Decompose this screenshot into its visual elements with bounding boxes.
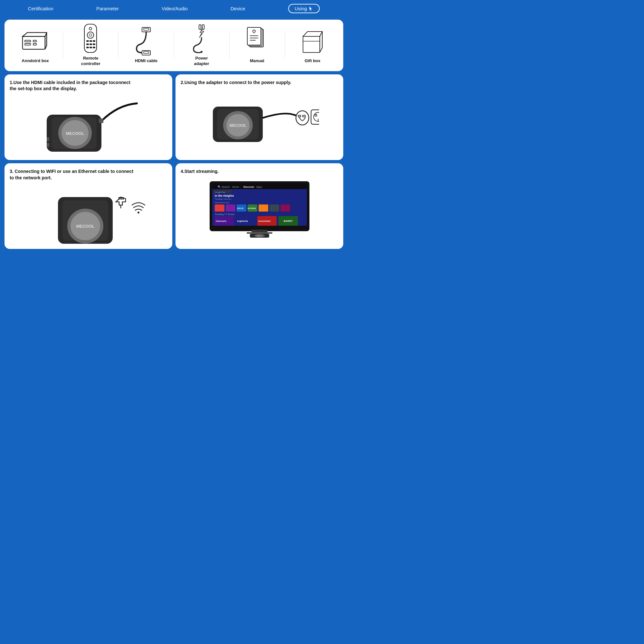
step-1-card: 1.Use the HDMI cable included in the pac…: [5, 74, 172, 160]
svg-rect-82: [259, 204, 268, 212]
svg-rect-14: [93, 43, 95, 45]
svg-rect-79: [226, 204, 235, 212]
step-2-image: MECOOL: [181, 89, 338, 148]
svg-text:MECOOL: MECOOL: [229, 123, 246, 128]
svg-rect-62: [118, 197, 120, 200]
svg-rect-11: [93, 40, 95, 42]
svg-rect-97: [247, 232, 272, 234]
svg-text:MECOOL: MECOOL: [66, 131, 84, 136]
accessory-giftbox: Gift box: [285, 27, 340, 64]
svg-rect-20: [142, 51, 150, 55]
manual-label: Manual: [250, 58, 264, 64]
svg-point-65: [137, 212, 139, 213]
svg-rect-64: [122, 197, 124, 200]
svg-text:BARRY: BARRY: [284, 220, 293, 223]
nav-parameter[interactable]: Parameter: [96, 6, 119, 11]
svg-rect-42: [99, 118, 103, 123]
svg-text:Top picks for you: Top picks for you: [215, 202, 229, 204]
svg-text:succession: succession: [258, 220, 270, 222]
step-3-image: MECOOL: [10, 184, 167, 244]
svg-text:Trending TV Shows: Trending TV Shows: [215, 213, 235, 216]
android-box-icon: [21, 27, 50, 56]
svg-rect-16: [90, 47, 92, 48]
step-2-card: 2.Using the adapter to connect to the po…: [175, 74, 343, 160]
svg-rect-96: [251, 230, 268, 232]
step-1-title: 1.Use the HDMI cable included in the pac…: [10, 80, 136, 92]
giftbox-icon: [298, 27, 327, 56]
accessory-manual: Manual: [230, 27, 285, 64]
accessory-android-box: Anndoird box: [8, 27, 63, 64]
remote-icon: [76, 24, 105, 53]
step-4-card: 4.Start streaming. 🔍 Search Home Discove…: [175, 163, 343, 249]
step-4-title: 4.Start streaming.: [181, 168, 307, 175]
step-3-card: 3. Connecting to WIFI or use an Ethernet…: [5, 163, 172, 249]
svg-text:Home: Home: [232, 185, 239, 188]
remote-label: Remotecontroller: [81, 56, 100, 67]
nav-certification[interactable]: Certification: [28, 6, 53, 11]
svg-point-24: [201, 51, 203, 53]
svg-rect-78: [215, 204, 224, 212]
manual-icon: [242, 27, 271, 56]
top-navigation: Certification Parameter Video/Audio Devi…: [0, 0, 348, 17]
nav-using[interactable]: Using: [288, 4, 320, 13]
hdmi-icon: [132, 27, 161, 56]
cursor-icon: [309, 6, 313, 11]
nav-device[interactable]: Device: [231, 6, 245, 11]
svg-text:Google Play: Google Play: [215, 191, 225, 193]
svg-rect-13: [90, 43, 92, 45]
svg-text:SPACE: SPACE: [237, 207, 243, 209]
svg-text:euphoria: euphoria: [237, 220, 248, 223]
accessory-power: Poweradapter: [174, 24, 229, 67]
svg-rect-15: [86, 47, 89, 48]
power-label: Poweradapter: [194, 56, 209, 67]
svg-rect-18: [142, 27, 150, 32]
svg-rect-10: [90, 40, 92, 42]
svg-rect-22: [199, 25, 201, 29]
svg-rect-17: [93, 47, 95, 48]
svg-rect-63: [120, 197, 122, 200]
svg-rect-41: [47, 143, 49, 147]
svg-text:Discover: Discover: [243, 185, 254, 188]
svg-text:🔍 Search: 🔍 Search: [218, 185, 230, 188]
hdmi-label: HDMI cable: [135, 58, 157, 64]
step-4-image: 🔍 Search Home Discover Apps Google Play …: [181, 178, 338, 238]
svg-rect-33: [303, 36, 320, 52]
svg-rect-9: [86, 40, 89, 42]
svg-rect-0: [23, 36, 45, 49]
accessory-remote: Remotecontroller: [63, 24, 118, 67]
step-1-image: MECOOL: [10, 95, 167, 155]
svg-text:In the Heights: In the Heights: [215, 194, 234, 197]
svg-text:MECOOL: MECOOL: [76, 224, 94, 229]
nav-video-audio[interactable]: Video/Audio: [162, 6, 188, 11]
accessory-hdmi: HDMI cable: [118, 27, 174, 64]
svg-text:Apps: Apps: [256, 185, 262, 188]
main-content: Anndoird box: [0, 17, 348, 251]
step-3-title: 3. Connecting to WIFI or use an Ethernet…: [10, 168, 136, 181]
svg-rect-84: [280, 204, 290, 212]
svg-text:BATMAN: BATMAN: [248, 207, 256, 209]
svg-rect-40: [47, 137, 49, 141]
svg-rect-12: [86, 43, 89, 45]
android-box-label: Anndoird box: [22, 58, 49, 64]
svg-text:insecure: insecure: [216, 220, 226, 223]
giftbox-label: Gift box: [305, 58, 320, 64]
step-2-title: 2.Using the adapter to connect to the po…: [181, 80, 307, 86]
svg-text:Trending | Turn up...: Trending | Turn up...: [215, 198, 232, 200]
svg-text:MECOOL: MECOOL: [257, 235, 262, 237]
steps-grid: 1.Use the HDMI cable included in the pac…: [5, 74, 343, 249]
power-icon: [187, 24, 216, 53]
svg-point-48: [296, 111, 309, 125]
accessories-row: Anndoird box: [5, 20, 343, 71]
svg-rect-51: [311, 110, 319, 124]
svg-rect-83: [270, 204, 279, 212]
